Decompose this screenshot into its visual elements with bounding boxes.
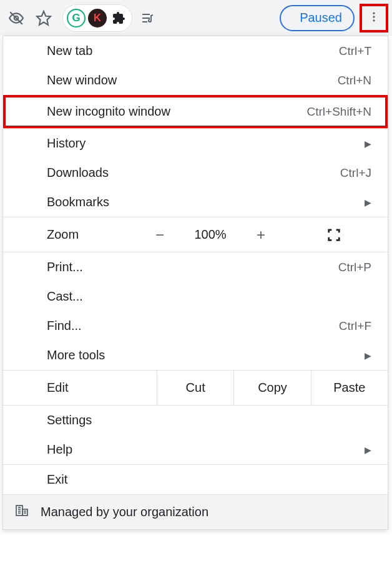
menu-item-more-tools[interactable]: More tools ▶ <box>3 341 388 370</box>
zoom-label: Zoom <box>3 227 140 242</box>
menu-label: Find... <box>47 319 339 333</box>
menu-item-help[interactable]: Help ▶ <box>3 435 388 464</box>
menu-label: Settings <box>47 413 371 427</box>
menu-item-exit[interactable]: Exit <box>3 465 388 494</box>
media-control-icon[interactable] <box>135 6 160 31</box>
edit-label: Edit <box>3 371 157 405</box>
menu-label: New tab <box>47 44 339 58</box>
star-icon[interactable] <box>31 6 56 31</box>
menu-shortcut: Ctrl+N <box>338 74 371 87</box>
menu-item-new-incognito[interactable]: New incognito window Ctrl+Shift+N <box>3 95 388 128</box>
menu-label: Help <box>47 442 365 457</box>
managed-footer[interactable]: Managed by your organization <box>3 494 388 529</box>
menu-item-find[interactable]: Find... Ctrl+F <box>3 311 388 341</box>
chevron-right-icon: ▶ <box>365 139 371 149</box>
chevron-right-icon: ▶ <box>365 351 371 361</box>
building-icon <box>14 503 29 521</box>
menu-item-print[interactable]: Print... Ctrl+P <box>3 252 388 282</box>
menu-label: Exit <box>47 472 371 487</box>
svg-marker-2 <box>37 11 51 25</box>
managed-label: Managed by your organization <box>41 505 208 519</box>
edit-row: Edit Cut Copy Paste <box>3 370 388 405</box>
grammarly-icon[interactable]: G <box>67 9 86 27</box>
menu-label: Bookmarks <box>47 195 365 209</box>
menu-shortcut: Ctrl+J <box>340 166 371 180</box>
browser-toolbar: G K Paused <box>0 0 392 36</box>
menu-shortcut: Ctrl+P <box>338 261 371 274</box>
menu-shortcut: Ctrl+Shift+N <box>307 105 371 119</box>
paste-button[interactable]: Paste <box>311 371 388 405</box>
profile-paused-button[interactable]: Paused <box>280 5 355 31</box>
svg-point-7 <box>373 16 375 17</box>
extension-k-icon[interactable]: K <box>88 9 107 27</box>
menu-shortcut: Ctrl+F <box>339 319 371 333</box>
menu-label: History <box>47 136 365 151</box>
svg-point-6 <box>373 12 375 14</box>
chevron-right-icon: ▶ <box>365 197 371 207</box>
zoom-row: Zoom − 100% + <box>3 217 388 252</box>
menu-shortcut: Ctrl+T <box>339 44 371 58</box>
extensions-zone: G K <box>62 4 132 32</box>
menu-label: More tools <box>47 348 365 362</box>
puzzle-icon[interactable] <box>109 9 128 27</box>
fullscreen-button[interactable] <box>280 228 388 242</box>
menu-label: Print... <box>47 260 338 274</box>
chevron-right-icon: ▶ <box>365 445 371 455</box>
menu-item-new-window[interactable]: New window Ctrl+N <box>3 66 388 95</box>
cut-button[interactable]: Cut <box>157 371 233 405</box>
menu-item-cast[interactable]: Cast... <box>3 282 388 311</box>
menu-item-history[interactable]: History ▶ <box>3 129 388 158</box>
menu-button-highlight <box>360 4 388 32</box>
menu-label: New incognito window <box>47 104 307 119</box>
zoom-value: 100% <box>179 227 242 242</box>
zoom-in-button[interactable]: + <box>242 226 280 244</box>
svg-rect-10 <box>22 509 27 516</box>
copy-button[interactable]: Copy <box>233 371 310 405</box>
menu-item-downloads[interactable]: Downloads Ctrl+J <box>3 158 388 187</box>
menu-label: Cast... <box>47 289 371 304</box>
menu-label: Downloads <box>47 166 340 180</box>
menu-label: New window <box>47 73 338 87</box>
menu-dots-icon[interactable] <box>368 9 380 27</box>
menu-item-bookmarks[interactable]: Bookmarks ▶ <box>3 187 388 217</box>
paused-label: Paused <box>300 11 342 25</box>
chrome-main-menu: New tab Ctrl+T New window Ctrl+N New inc… <box>2 36 388 530</box>
eye-slash-icon[interactable] <box>4 6 29 31</box>
svg-point-8 <box>373 19 375 21</box>
menu-item-settings[interactable]: Settings <box>3 406 388 435</box>
zoom-out-button[interactable]: − <box>140 226 179 244</box>
menu-item-new-tab[interactable]: New tab Ctrl+T <box>3 36 388 66</box>
